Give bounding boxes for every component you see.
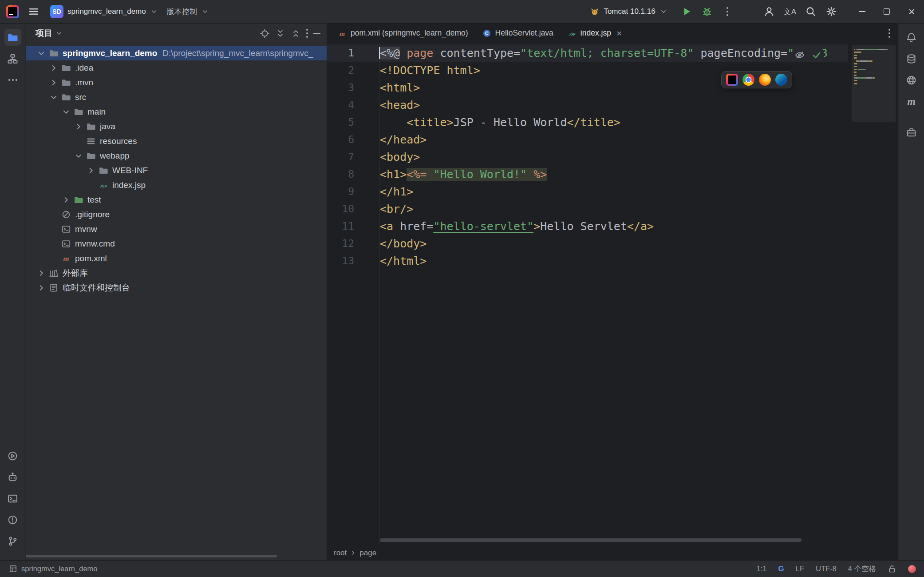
project-tool-button[interactable] <box>4 29 21 46</box>
chevron-right-icon[interactable] <box>86 166 96 175</box>
chevron-right-icon[interactable] <box>74 122 83 131</box>
reader-mode-icon[interactable] <box>794 50 805 60</box>
structure-tool-button[interactable] <box>4 50 21 67</box>
plugin-tool-button[interactable] <box>903 124 920 141</box>
chevron-right-icon[interactable] <box>61 195 71 205</box>
tree-item-java[interactable]: java <box>26 119 327 134</box>
code-line-8[interactable]: 8<h1><%= "Hello World!" %> <box>327 166 848 183</box>
search-icon[interactable] <box>805 6 817 17</box>
collapse-all-icon[interactable] <box>291 28 301 39</box>
tree-item-webapp[interactable]: webapp <box>26 148 327 163</box>
tree-item-pom.xml[interactable]: mpom.xml <box>26 251 327 266</box>
maven-tool-button[interactable]: m <box>903 93 920 110</box>
firefox-icon[interactable] <box>759 74 771 86</box>
chevron-right-icon[interactable] <box>36 268 46 278</box>
tree-item-临时文件和控制台[interactable]: 临时文件和控制台 <box>26 280 327 295</box>
encoding-widget[interactable]: UTF-8 <box>816 565 837 573</box>
tab-index.jsp[interactable]: JSPindex.jsp× <box>561 24 629 43</box>
tree-item-.mvn[interactable]: .mvn <box>26 75 327 90</box>
chevron-right-icon[interactable] <box>36 283 46 293</box>
terminal-tool-button[interactable] <box>4 490 21 507</box>
close-tab-icon[interactable]: × <box>616 28 622 38</box>
code-editor[interactable]: 1<%@ page contentType="text/html; charse… <box>327 43 848 545</box>
editor-options-icon[interactable] <box>888 28 890 39</box>
edge-icon[interactable] <box>775 74 787 86</box>
debug-button-icon[interactable] <box>701 6 713 17</box>
tree-item-resources[interactable]: resources <box>26 134 327 148</box>
chevron-down-icon[interactable] <box>49 92 59 102</box>
tree-item-index.jsp[interactable]: JSPindex.jsp <box>26 178 327 192</box>
minimap[interactable] <box>848 43 898 545</box>
editor-hscrollbar[interactable] <box>380 538 802 542</box>
breadcrumb-item[interactable]: root <box>334 549 347 557</box>
user-account-icon[interactable] <box>763 6 775 17</box>
line-separator-widget[interactable]: LF <box>796 565 804 573</box>
tree-item-src[interactable]: src <box>26 90 327 104</box>
more-run-options-icon[interactable] <box>722 6 733 17</box>
chevron-down-icon <box>659 8 667 16</box>
idea-preview-icon[interactable] <box>726 74 738 86</box>
project-panel-hscrollbar[interactable] <box>26 555 277 557</box>
writable-lock-icon[interactable] <box>888 565 896 573</box>
minimize-button[interactable] <box>849 0 874 23</box>
plugin-status-icon[interactable] <box>908 565 916 573</box>
tree-item-mvnw[interactable]: mvnw <box>26 222 327 236</box>
code-line-5[interactable]: 5 <title>JSP - Hello World</title> <box>327 114 848 131</box>
tree-item-外部库[interactable]: 外部库 <box>26 266 327 280</box>
code-line-13[interactable]: 13</html> <box>327 252 848 270</box>
code-line-6[interactable]: 6</head> <box>327 131 848 148</box>
tree-item-.gitignore[interactable]: .gitignore <box>26 207 327 222</box>
expand-all-icon[interactable] <box>275 28 285 39</box>
more-tools-button[interactable] <box>4 72 21 88</box>
statusbar-project-name[interactable]: springmvc_learn_demo <box>21 565 98 573</box>
chrome-icon[interactable] <box>742 74 754 86</box>
notifications-button[interactable] <box>903 29 920 46</box>
git-tool-button[interactable] <box>4 533 21 549</box>
panel-options-icon[interactable] <box>306 29 308 38</box>
database-tool-button[interactable] <box>903 50 920 67</box>
tab-HelloServlet.java[interactable]: CHelloServlet.java <box>475 24 561 43</box>
tree-item-.idea[interactable]: .idea <box>26 60 327 75</box>
chevron-right-icon[interactable] <box>49 78 59 88</box>
services-tool-button[interactable] <box>4 447 21 464</box>
code-line-7[interactable]: 7<body> <box>327 148 848 166</box>
close-button[interactable]: × <box>899 0 924 23</box>
idea-logo-icon[interactable] <box>6 5 19 18</box>
code-line-1[interactable]: 1<%@ page contentType="text/html; charse… <box>327 44 848 62</box>
chevron-right-icon[interactable] <box>49 63 59 73</box>
code-line-9[interactable]: 9</h1> <box>327 183 848 200</box>
translate-icon[interactable]: 文A <box>784 7 796 17</box>
code-line-12[interactable]: 12</body> <box>327 235 848 252</box>
code-line-11[interactable]: 11<a href="hello-servlet">Hello Servlet<… <box>327 218 848 235</box>
breadcrumb-item[interactable]: page <box>359 549 376 557</box>
chevron-down-icon[interactable] <box>74 151 83 161</box>
chevron-down-icon[interactable] <box>61 107 71 117</box>
no-problems-check-icon[interactable] <box>811 50 822 60</box>
problems-tool-button[interactable] <box>4 511 21 528</box>
endpoints-tool-button[interactable] <box>903 72 920 88</box>
translate-plugin-icon[interactable]: G <box>778 565 784 573</box>
maximize-button[interactable] <box>874 0 899 23</box>
project-selector[interactable]: SD springmvc_learn_demo <box>46 2 162 21</box>
settings-icon[interactable] <box>825 6 837 17</box>
project-panel-title[interactable]: 项目 <box>36 28 63 39</box>
code-line-10[interactable]: 10<br/> <box>327 200 848 218</box>
tree-item-mvnw.cmd[interactable]: mvnw.cmd <box>26 236 327 251</box>
tree-item-WEB-INF[interactable]: WEB-INF <box>26 163 327 178</box>
tab-pom.xml (springmvc_learn_demo)[interactable]: mpom.xml (springmvc_learn_demo) <box>331 24 475 43</box>
problems-icon <box>7 514 18 525</box>
tree-item-springmvc_learn_demo[interactable]: springmvc_learn_demoD:\project\spring_mv… <box>26 46 327 60</box>
indent-widget[interactable]: 4 个空格 <box>848 564 876 574</box>
tree-item-main[interactable]: main <box>26 104 327 119</box>
ai-assistant-tool-button[interactable] <box>4 469 21 485</box>
main-menu-icon[interactable] <box>28 6 39 17</box>
code-line-4[interactable]: 4<head> <box>327 96 848 114</box>
caret-position-widget[interactable]: 1:1 <box>757 565 767 573</box>
tree-item-test[interactable]: test <box>26 192 327 207</box>
chevron-down-icon[interactable] <box>36 48 46 58</box>
run-button-icon[interactable] <box>681 6 692 17</box>
run-config-selector[interactable]: Tomcat 10.1.16 <box>585 4 671 19</box>
locate-file-icon[interactable] <box>260 28 270 39</box>
hide-panel-icon[interactable] <box>313 33 320 34</box>
vcs-widget[interactable]: 版本控制 <box>162 4 213 20</box>
